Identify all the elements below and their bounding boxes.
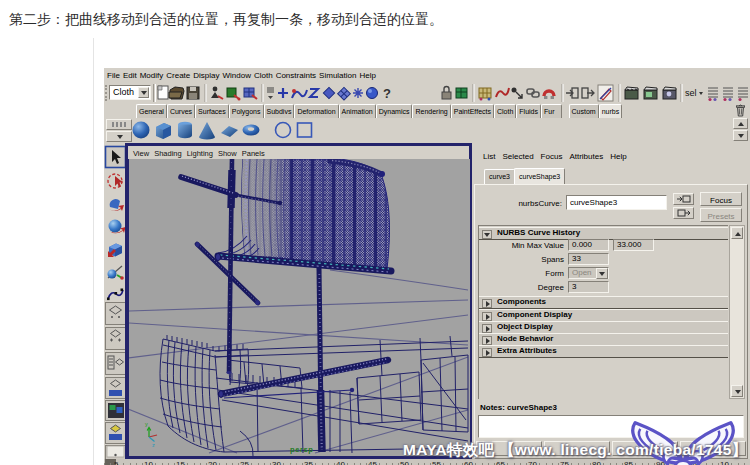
svg-text:y: y [145,421,148,427]
svg-text:z: z [152,442,155,448]
svg-text:?: ? [383,86,391,101]
svg-text:persp: persp [290,445,313,454]
svg-text:sel: sel [685,88,697,98]
